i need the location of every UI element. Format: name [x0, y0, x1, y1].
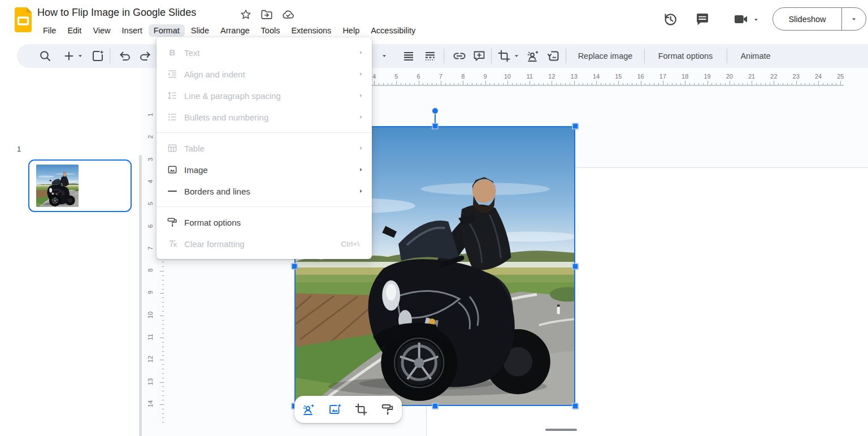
menubar-item-tools[interactable]: Tools	[256, 24, 285, 37]
ruler-number: 15	[612, 73, 624, 80]
menubar-item-edit[interactable]: Edit	[62, 24, 86, 37]
menu-item-borders-and-lines[interactable]: Borders and lines	[157, 180, 372, 202]
search-icon[interactable]	[38, 49, 52, 63]
menubar-item-accessibility[interactable]: Accessibility	[366, 24, 420, 37]
align-indent-icon	[167, 68, 178, 80]
image-floating-toolbar	[294, 396, 402, 423]
menu-item-line-paragraph-spacing[interactable]: Line & paragraph spacing	[157, 85, 372, 106]
slide-thumbnail-selected[interactable]	[28, 159, 132, 212]
filmstrip-scrollbar[interactable]	[139, 155, 142, 436]
ruler-number: 4	[147, 176, 154, 187]
new-slide-template-icon[interactable]	[91, 49, 105, 63]
replace-image-button[interactable]: Replace image	[570, 49, 640, 63]
animate-button[interactable]: Animate	[731, 49, 780, 63]
menu-item-format-options[interactable]: Format options	[157, 211, 372, 233]
toolbar-divider	[491, 49, 492, 63]
menubar-item-help[interactable]: Help	[337, 24, 364, 37]
menu-item-text[interactable]: B Text	[157, 42, 372, 63]
resize-handle-top-right[interactable]	[572, 123, 579, 129]
line-spacing-icon	[167, 90, 178, 101]
ruler-number: 7	[147, 243, 154, 254]
document-title[interactable]: How to Flip Image in Google Slides	[37, 7, 196, 19]
border-color-caret-icon[interactable]	[381, 53, 388, 59]
format-menu-dropdown: B Text Align and indent Line & paragraph…	[157, 37, 372, 259]
ruler-number: 12	[147, 353, 154, 365]
ruler-number: 11	[147, 331, 154, 343]
ruler-number: 2	[147, 131, 154, 143]
replace-image-ai-icon[interactable]	[328, 403, 342, 416]
menu-divider	[157, 206, 372, 207]
menu-item-image[interactable]: Image	[157, 159, 372, 180]
menubar-item-slide[interactable]: Slide	[186, 24, 214, 37]
redo-icon[interactable]	[138, 49, 152, 63]
menubar-item-file[interactable]: File	[38, 24, 61, 37]
resize-handle-middle-right[interactable]	[572, 263, 579, 269]
move-to-folder-icon[interactable]	[261, 8, 273, 21]
cloud-saved-icon[interactable]	[282, 8, 294, 21]
thumbnail-image	[36, 165, 79, 207]
toolbar-divider	[644, 49, 645, 63]
reset-image-icon[interactable]	[547, 49, 561, 63]
resize-handle-bottom-right[interactable]	[572, 403, 579, 409]
resize-handle-bottom-center[interactable]	[432, 403, 438, 409]
ruler-number: 19	[701, 73, 714, 80]
slideshow-options-caret[interactable]	[842, 16, 866, 23]
crop-icon[interactable]	[354, 403, 368, 416]
border-weight-icon[interactable]	[402, 49, 415, 63]
google-slides-logo[interactable]	[14, 7, 33, 32]
menubar-item-extensions[interactable]: Extensions	[286, 24, 336, 37]
toolbar-divider	[727, 49, 727, 63]
bulleted-list-icon	[167, 111, 178, 123]
star-icon[interactable]	[240, 8, 252, 21]
rotation-handle[interactable]	[432, 107, 439, 114]
mask-image-caret-icon[interactable]	[513, 53, 520, 59]
menu-item-table[interactable]: Table	[157, 137, 372, 159]
menu-item-clear-formatting[interactable]: Clear formatting Ctrl+\	[157, 233, 372, 254]
submenu-arrow-icon	[358, 50, 364, 55]
submenu-arrow-icon	[358, 114, 364, 120]
menubar-item-view[interactable]: View	[88, 24, 115, 37]
new-slide-caret-icon[interactable]	[77, 53, 84, 59]
resize-handle-middle-left[interactable]	[292, 263, 298, 269]
submenu-arrow-icon	[358, 93, 364, 98]
format-options-icon[interactable]	[381, 403, 394, 416]
border-dash-icon[interactable]	[423, 49, 437, 63]
menubar-item-insert[interactable]: Insert	[117, 24, 147, 37]
ruler-number: 14	[147, 398, 154, 409]
resize-handle-top-center[interactable]	[432, 123, 438, 129]
comments-icon[interactable]	[695, 11, 710, 27]
submenu-arrow-icon	[358, 145, 364, 151]
slideshow-button-group: Slideshow	[772, 7, 866, 31]
format-options-button[interactable]: Format options	[649, 49, 722, 63]
add-comment-icon[interactable]	[472, 49, 486, 63]
camera-menu-caret-icon[interactable]	[753, 16, 760, 23]
bold-icon: B	[167, 47, 178, 58]
image-icon	[167, 164, 178, 175]
edit-image-ai-icon[interactable]	[302, 403, 315, 416]
crop-icon[interactable]	[497, 49, 511, 63]
menu-item-bullets-and-numbering[interactable]: Bullets and numbering	[157, 106, 372, 128]
undo-icon[interactable]	[118, 49, 132, 63]
plus-icon[interactable]	[62, 49, 76, 63]
ruler-number: 23	[790, 73, 802, 80]
menubar-item-format[interactable]: Format	[149, 24, 185, 37]
ruler-number: 8	[457, 73, 469, 80]
menubar-item-arrange[interactable]: Arrange	[215, 24, 255, 37]
toolbar-divider	[110, 49, 110, 63]
ruler-number: 5	[147, 198, 154, 209]
join-meet-camera-icon[interactable]	[733, 11, 749, 27]
google-slides-window: How to Flip Image in Google Slides File …	[0, 0, 868, 436]
menu-divider	[157, 132, 372, 133]
menu-item-align-and-indent[interactable]: Align and indent	[157, 63, 372, 85]
edit-image-icon[interactable]	[526, 49, 540, 63]
horizontal-scrollbar[interactable]	[545, 429, 577, 431]
shortcut-label: Ctrl+\	[341, 240, 359, 248]
version-history-icon[interactable]	[662, 11, 678, 27]
ruler-number: 3	[147, 154, 154, 165]
ruler-number: 14	[590, 73, 602, 80]
slideshow-button[interactable]: Slideshow	[773, 15, 841, 24]
slide-number: 1	[17, 145, 21, 153]
insert-link-icon[interactable]	[453, 49, 466, 63]
horizontal-ruler: 45678910111213141516171819202122232425	[370, 71, 846, 86]
line-icon	[167, 185, 178, 197]
